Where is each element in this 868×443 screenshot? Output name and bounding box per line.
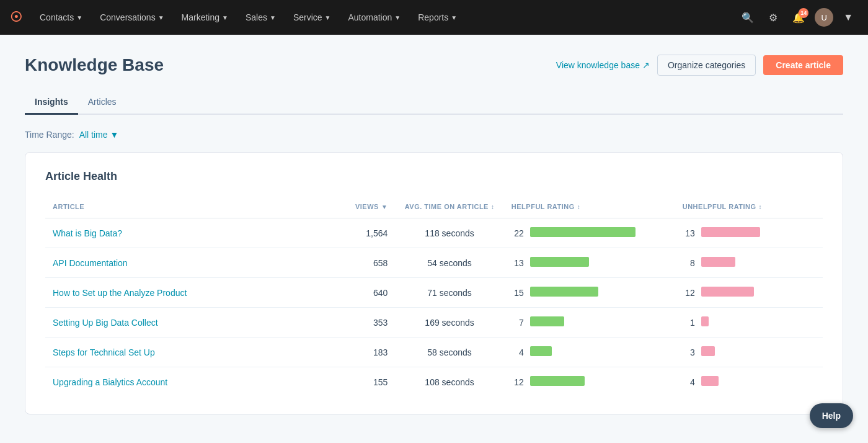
unhelpful-rating-cell: 4 <box>675 367 823 397</box>
helpful-bar <box>530 287 598 297</box>
sort-icon: ↕ <box>491 204 495 210</box>
unhelpful-number: 12 <box>683 288 695 298</box>
article-link[interactable]: What is Big Data? <box>53 228 122 238</box>
helpful-bar <box>530 346 552 356</box>
settings-button[interactable]: ⚙ <box>764 7 782 29</box>
unhelpful-bar <box>701 227 760 237</box>
helpful-number: 13 <box>512 258 524 268</box>
views-cell: 1,564 <box>317 218 395 248</box>
helpful-rating-cell: 22 <box>504 218 675 248</box>
avg-time-cell: 71 seconds <box>395 278 504 308</box>
table-row: How to Set up the Analyze Product 640 71… <box>45 278 823 308</box>
article-health-title: Article Health <box>45 170 823 183</box>
nav-service[interactable]: Service ▼ <box>286 7 339 27</box>
page-header: Knowledge Base View knowledge base ↗ Org… <box>25 55 843 76</box>
article-link[interactable]: How to Set up the Analyze Product <box>53 288 187 298</box>
column-avg-time[interactable]: Avg. Time on Article ↕ <box>405 203 495 210</box>
table-row: Upgrading a Bialytics Account 155 108 se… <box>45 367 823 397</box>
avatar[interactable]: U <box>815 8 833 27</box>
article-link[interactable]: API Documentation <box>53 258 128 268</box>
notifications-button[interactable]: 🔔 14 <box>787 7 810 29</box>
tab-articles[interactable]: Articles <box>78 91 126 115</box>
chevron-down-icon: ▼ <box>394 14 401 21</box>
create-article-button[interactable]: Create article <box>763 55 843 75</box>
view-knowledge-base-link[interactable]: View knowledge base ↗ <box>556 60 650 70</box>
tab-insights[interactable]: Insights <box>25 91 78 115</box>
avg-time-cell: 58 seconds <box>395 338 504 367</box>
time-range-selector[interactable]: All time ▼ <box>79 130 119 140</box>
helpful-bar <box>530 376 585 386</box>
helpful-number: 7 <box>512 318 524 328</box>
article-cell: Setting Up Big Data Collect <box>45 308 317 338</box>
helpful-rating-cell: 13 <box>504 248 675 278</box>
hubspot-logo[interactable]: ☉ <box>10 9 22 25</box>
chevron-down-icon: ▼ <box>325 14 331 21</box>
unhelpful-bar <box>701 287 754 297</box>
unhelpful-bar <box>701 257 735 267</box>
unhelpful-rating-cell: 8 <box>675 248 823 278</box>
unhelpful-rating-cell: 12 <box>675 278 823 308</box>
unhelpful-bar-container <box>701 346 815 358</box>
nav-marketing[interactable]: Marketing ▼ <box>174 7 236 27</box>
column-unhelpful[interactable]: Unhelpful Rating ↕ <box>683 203 762 210</box>
user-menu-chevron[interactable]: ▼ <box>838 7 858 28</box>
nav-contacts[interactable]: Contacts ▼ <box>32 7 90 27</box>
help-button[interactable]: Help <box>810 403 853 428</box>
nav-sales[interactable]: Sales ▼ <box>238 7 283 27</box>
column-views[interactable]: Views ▼ <box>355 203 388 210</box>
helpful-bar-container <box>530 316 668 328</box>
helpful-bar <box>530 227 636 237</box>
helpful-number: 4 <box>512 347 524 357</box>
views-cell: 155 <box>317 367 395 397</box>
table-row: API Documentation 658 54 seconds 13 8 <box>45 248 823 278</box>
column-helpful[interactable]: Helpful Rating ↕ <box>512 203 580 210</box>
article-health-card: Article Health Article Views ▼ <box>25 152 843 414</box>
article-health-table: Article Views ▼ Avg. Time on Article ↕ <box>45 198 823 396</box>
tabs: Insights Articles <box>25 91 843 115</box>
article-cell: Steps for Technical Set Up <box>45 338 317 367</box>
table-row: Setting Up Big Data Collect 353 169 seco… <box>45 308 823 338</box>
views-cell: 640 <box>317 278 395 308</box>
article-link[interactable]: Upgrading a Bialytics Account <box>53 377 167 387</box>
nav-conversations[interactable]: Conversations ▼ <box>92 7 171 27</box>
avg-time-cell: 54 seconds <box>395 248 504 278</box>
article-cell: Upgrading a Bialytics Account <box>45 367 317 397</box>
helpful-rating-cell: 7 <box>504 308 675 338</box>
avg-time-cell: 169 seconds <box>395 308 504 338</box>
helpful-number: 15 <box>512 288 524 298</box>
chevron-down-icon: ▼ <box>222 14 228 21</box>
unhelpful-bar-container <box>701 227 815 239</box>
external-link-icon: ↗ <box>642 60 650 70</box>
unhelpful-bar-container <box>701 287 815 298</box>
helpful-rating-cell: 12 <box>504 367 675 397</box>
article-cell: What is Big Data? <box>45 218 317 248</box>
helpful-bar-container <box>530 257 668 269</box>
unhelpful-number: 13 <box>683 228 695 238</box>
table-row: Steps for Technical Set Up 183 58 second… <box>45 338 823 367</box>
avg-time-cell: 108 seconds <box>395 367 504 397</box>
helpful-bar <box>530 257 589 267</box>
unhelpful-rating-cell: 3 <box>675 338 823 367</box>
avg-time-cell: 118 seconds <box>395 218 504 248</box>
sort-icon: ↕ <box>759 204 763 210</box>
unhelpful-bar <box>701 376 719 386</box>
views-cell: 183 <box>317 338 395 367</box>
nav-automation[interactable]: Automation ▼ <box>340 7 408 27</box>
unhelpful-bar <box>701 316 709 326</box>
sort-icon: ↕ <box>577 204 581 210</box>
helpful-number: 12 <box>512 377 524 387</box>
organize-categories-button[interactable]: Organize categories <box>657 55 756 76</box>
article-cell: How to Set up the Analyze Product <box>45 278 317 308</box>
nav-reports[interactable]: Reports ▼ <box>410 7 464 27</box>
views-cell: 658 <box>317 248 395 278</box>
article-link[interactable]: Steps for Technical Set Up <box>53 347 155 357</box>
article-link[interactable]: Setting Up Big Data Collect <box>53 318 158 328</box>
chevron-down-icon: ▼ <box>158 14 164 21</box>
unhelpful-bar-container <box>701 376 815 388</box>
helpful-bar-container <box>530 227 668 239</box>
sort-icon: ▼ <box>381 204 388 210</box>
article-cell: API Documentation <box>45 248 317 278</box>
helpful-bar-container <box>530 346 668 358</box>
search-button[interactable]: 🔍 <box>737 7 759 29</box>
helpful-rating-cell: 15 <box>504 278 675 308</box>
